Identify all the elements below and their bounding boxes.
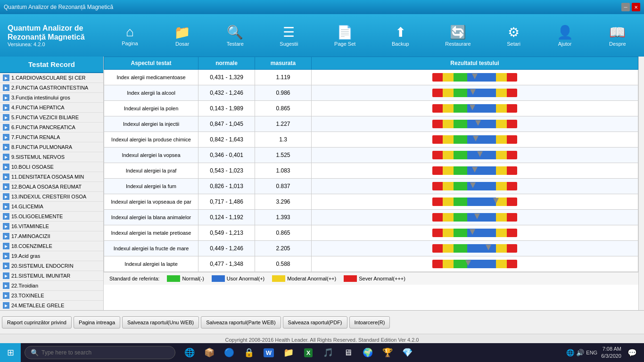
toolbar-item-backup[interactable]: ⬆Backup <box>388 23 413 49</box>
sidebar-item-18[interactable]: ▶18.COENZIMELE <box>0 241 103 251</box>
bar-track-3 <box>432 120 517 128</box>
legend-area: Standard de referinta: Normal(-)Usor Ano… <box>104 272 638 285</box>
sidebar-item-12[interactable]: ▶12.BOALA OSOASA REUMAT <box>0 182 103 192</box>
sidebar-item-16[interactable]: ▶16.VITAMINELE <box>0 222 103 231</box>
bar-indicator-0 <box>472 72 478 81</box>
toolbar-item-sugestii[interactable]: ☰Sugestii <box>276 23 302 49</box>
toolbar-item-setari[interactable]: ⚙Setari <box>503 23 524 49</box>
explorer-icon[interactable]: 📁 <box>280 344 297 361</box>
minimize-button[interactable]: ─ <box>621 3 630 11</box>
taskbar-search-input[interactable] <box>41 349 169 356</box>
ie-icon[interactable]: 🌐 <box>181 344 198 361</box>
taskbar-search-box[interactable]: 🔍 <box>25 346 175 359</box>
toolbar-item-restaurare[interactable]: 🔄Restaurare <box>441 23 474 49</box>
security-icon[interactable]: 🔒 <box>240 344 257 361</box>
right-scrollbar[interactable] <box>638 57 644 310</box>
close-button[interactable]: ✕ <box>632 3 640 11</box>
toolbar-item-despre[interactable]: 📖Despre <box>605 23 629 49</box>
network-icon[interactable]: 🌐 <box>566 349 574 356</box>
bar-seg-yellow-left-10 <box>443 229 454 237</box>
bar-seg-green-1 <box>454 89 467 97</box>
bar-seg-green-0 <box>454 73 467 82</box>
sidebar-item-14[interactable]: ▶14.GLICEMIA <box>0 202 103 212</box>
cell-bar-7 <box>312 179 638 194</box>
bottom-button-5[interactable]: Intoarcere(R) <box>349 316 390 329</box>
chrome-icon[interactable]: 🌍 <box>359 344 376 361</box>
toolbar-icon-ajutor: 👤 <box>557 25 573 40</box>
bar-arrow-5 <box>477 151 483 157</box>
bar-seg-red-right-7 <box>507 182 517 190</box>
table-row: Indexul alergiei la blana animalelor0,12… <box>104 210 638 225</box>
sidebar-item-label-20: 20.SISTEMUL ENDOCRIN <box>11 263 74 269</box>
sidebar-item-7[interactable]: ▶7.FUNCTIA RENALA <box>0 132 103 142</box>
cell-aspect-9: Indexul alergiei la blana animalelor <box>104 210 198 225</box>
bottom-button-1[interactable]: Pagina intreaga <box>74 316 120 329</box>
bar-arrow-7 <box>470 182 476 188</box>
gem-icon[interactable]: 💎 <box>399 344 416 361</box>
sidebar-item-8[interactable]: ▶8.FUNCTIA PULMONARA <box>0 142 103 152</box>
legend-item-1: Usor Anormal(+) <box>212 275 264 282</box>
bar-seg-green-2 <box>454 104 467 113</box>
sidebar-item-1[interactable]: ▶1.CARDIOVASCULARE ȘI CER <box>0 73 103 83</box>
cell-bar-11 <box>312 241 638 256</box>
bar-indicator-9 <box>474 212 480 221</box>
sidebar-item-icon-9: ▶ <box>3 154 9 160</box>
cell-masurata-6: 1.083 <box>255 163 312 179</box>
start-button[interactable]: ⊞ <box>0 343 21 362</box>
sidebar-item-20[interactable]: ▶20.SISTEMUL ENDOCRIN <box>0 261 103 271</box>
sidebar-item-9[interactable]: ▶9.SISTEMUL NERVOS <box>0 152 103 162</box>
bottom-button-4[interactable]: Salveaza raportul(PDF) <box>283 316 347 329</box>
sidebar-item-11[interactable]: ▶11.DENSITATEA OSOASA MIN <box>0 172 103 182</box>
bottom-button-3[interactable]: Salveaza raportul(Parte WEB) <box>201 316 281 329</box>
bar-seg-red-right-5 <box>507 151 517 159</box>
sidebar-item-10[interactable]: ▶10.BOLI OSOASE <box>0 162 103 172</box>
task-view-icon[interactable]: 📦 <box>201 344 218 361</box>
sidebar-item-22[interactable]: ▶22.Tiroidian <box>0 281 103 291</box>
toolbar-icon-sugestii: ☰ <box>283 25 295 40</box>
toolbar-item-page set[interactable]: 📄Page Set <box>330 23 359 49</box>
cell-aspect-12: Indexul alergiei la lapte <box>104 256 198 272</box>
legend-color-0 <box>167 275 180 282</box>
toolbar-label: Testare <box>227 41 244 47</box>
sidebar-item-icon-11: ▶ <box>3 173 9 180</box>
bottom-buttons: Raport cuprinzător privindPagina intreag… <box>0 310 644 334</box>
sidebar-item-13[interactable]: ▶13.INDEXUL CRESTERII OSOA <box>0 192 103 202</box>
teamviewer-icon[interactable]: 🖥 <box>339 344 356 361</box>
volume-icon[interactable]: 🔊 <box>576 349 584 356</box>
excel-icon[interactable]: X <box>300 344 317 361</box>
sidebar-item-label-16: 16.VITAMINELE <box>11 223 49 229</box>
sidebar-item-24[interactable]: ▶24.METALELE GRELE <box>0 301 103 310</box>
cell-aspect-2: Indexul alergiei la polen <box>104 101 198 116</box>
award-icon[interactable]: 🏆 <box>379 344 396 361</box>
table-row: Index alergii la alcool0,432 - 1,2460.98… <box>104 85 638 101</box>
sidebar-item-15[interactable]: ▶15.OLIGOELEMENTE <box>0 212 103 222</box>
award-icon-symbol: 🏆 <box>382 347 393 358</box>
bar-seg-green-3 <box>454 120 467 128</box>
powerpnt-icon[interactable]: 🎵 <box>320 344 337 361</box>
sidebar-item-5[interactable]: ▶5.FUNCTIA VEZICII BILIARE <box>0 113 103 123</box>
bottom-button-0[interactable]: Raport cuprinzător privind <box>2 316 72 329</box>
content-panel: Aspectul testatnormalemasurataRezultatul… <box>104 57 638 310</box>
table-header-2: masurata <box>255 57 312 70</box>
bar-seg-green-10 <box>454 229 467 237</box>
cell-normale-7: 0,826 - 1,013 <box>198 179 255 194</box>
sidebar-item-21[interactable]: ▶21.SISTEMUL IMUNITAR <box>0 271 103 281</box>
sidebar-item-6[interactable]: ▶6.FUNCTIA PANCREATICA <box>0 123 103 132</box>
table-row: Indexul alergiei la injectii0,847 - 1,04… <box>104 116 638 132</box>
sidebar-item-2[interactable]: ▶2.FUNCTIA GASTROINTESTINA <box>0 83 103 93</box>
sidebar-item-3[interactable]: ▶3.Funcția intestinului gros <box>0 93 103 103</box>
sidebar-item-19[interactable]: ▶19.Acid gras <box>0 251 103 261</box>
taskbar-sys-icons: 🌐 🔊 ENG <box>566 349 597 356</box>
sidebar-item-17[interactable]: ▶17.AMINOACIZII <box>0 231 103 241</box>
toolbar-item-testare[interactable]: 🔍Testare <box>223 23 248 49</box>
toolbar-item-dosar[interactable]: 📁Dosar <box>170 23 194 49</box>
cortana-icon[interactable]: 🔵 <box>221 344 238 361</box>
sidebar-item-4[interactable]: ▶4.FUNCTIA HEPATICA <box>0 103 103 113</box>
notification-button[interactable]: 💬 <box>625 346 639 360</box>
word-icon[interactable]: W <box>260 344 277 361</box>
bottom-button-2[interactable]: Salveaza raportul(Unu WEB) <box>122 316 199 329</box>
toolbar-item-pagina[interactable]: ⌂Pagina <box>118 23 141 48</box>
bar-seg-green-11 <box>454 244 467 253</box>
sidebar-item-23[interactable]: ▶23.TOXINELE <box>0 291 103 301</box>
toolbar-item-ajutor[interactable]: 👤Ajutor <box>553 23 577 49</box>
